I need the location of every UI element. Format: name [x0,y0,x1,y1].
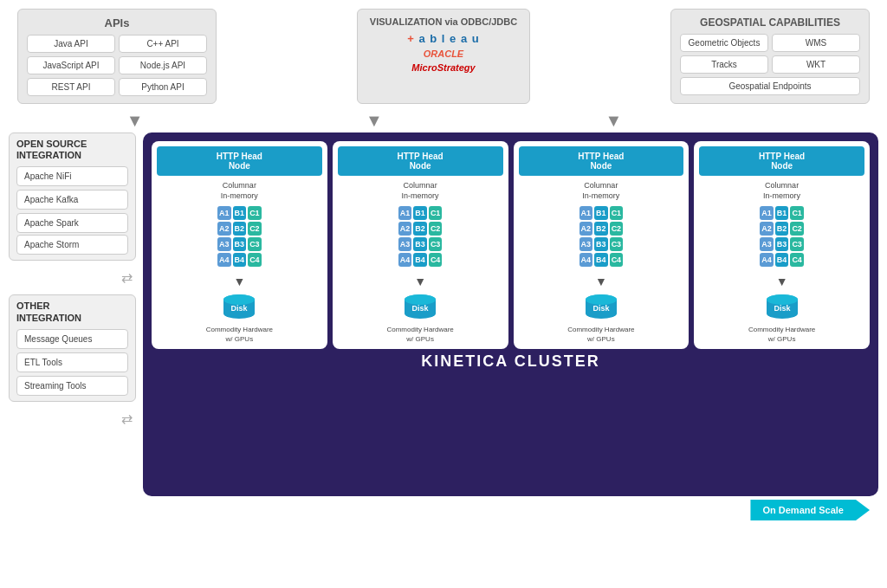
geo-box: GEOSPATIAL CAPABILITIES Geometric Object… [670,9,870,104]
sidebar-message-queues: Message Queues [16,329,128,349]
viz-logos: + a b l e a u ORACLE MicroStrategy [366,32,521,73]
microstrategy-logo: MicroStrategy [411,62,475,73]
on-demand-label: On Demand Scale [750,500,870,520]
node-1-grid: A1 B1 C1 A2 B2 C2 A3 B3 C3 A4 B4 C4 [217,206,262,267]
cell-a2: A2 [217,222,231,236]
cell-b3: B3 [233,237,247,251]
apis-grid: Java API C++ API JavaScript API Node.js … [27,35,207,96]
api-javascript: JavaScript API [27,56,115,74]
sidebar-streaming-tools: Streaming Tools [16,376,128,396]
cluster-label: KINETICA CLUSTER [152,352,870,371]
cell-c4: C4 [248,253,262,267]
node-2-head: HTTP HeadNode [338,146,503,176]
node-3-columnar: ColumnarIn-memory [582,181,619,201]
viz-box: VISUALIZATION via ODBC/JDBC + a b l e a … [357,9,530,104]
other-integration-title: OTHERINTEGRATION [16,300,128,323]
cell-b4: B4 [233,253,247,267]
api-rest: REST API [27,78,115,96]
cell-c2: C2 [248,222,262,236]
disk-icon-3: Disk [584,293,618,320]
open-source-title: OPEN SOURCEINTEGRATION [16,139,128,161]
cell-c3: C3 [248,237,262,251]
node-4-disk: Disk [765,293,800,320]
geo-geometric: Geometric Objects [680,34,768,52]
main-container: APIs Java API C++ API JavaScript API Nod… [0,0,887,588]
node-4-commodity: Commodity Hardwarew/ GPUs [748,326,815,344]
apis-title: APIs [27,16,207,29]
sidebar-etl-tools: ETL Tools [16,352,128,372]
geo-tracks: Tracks [680,55,768,74]
node-2-disk: Disk [403,293,437,320]
svg-text:Disk: Disk [412,304,430,313]
cell-a1: A1 [217,206,231,220]
svg-text:Disk: Disk [231,304,249,313]
node-3: HTTP HeadNode ColumnarIn-memory A1 B1 C1… [514,141,690,349]
node-3-grid: A1 B1 C1 A2 B2 C2 A3 B3 C3 A4 B4 C4 [579,206,624,267]
sidebar-apache-spark: Apache Spark [16,213,128,233]
cluster-wrapper: HTTP HeadNode ColumnarIn-memory A1 B1 C1… [143,132,878,520]
sidebar-apache-kafka: Apache Kafka [16,190,128,210]
cluster-box: HTTP HeadNode ColumnarIn-memory A1 B1 C1… [143,132,878,496]
cell-b2: B2 [233,222,247,236]
node-3-commodity: Commodity Hardwarew/ GPUs [567,326,634,344]
cell-a4: A4 [217,253,231,267]
node-1-columnar: ColumnarIn-memory [221,181,258,201]
arrow-apis-down: ▼ [36,111,235,131]
oracle-logo: ORACLE [424,48,463,59]
top-section: APIs Java API C++ API JavaScript API Nod… [9,9,878,104]
node-3-down-arrow: ▼ [595,275,607,288]
sidebar-apache-storm: Apache Storm [16,235,128,255]
tableau-logo: + a b l e a u [407,32,479,45]
on-demand-row: On Demand Scale [143,500,878,520]
geo-title: GEOSPATIAL CAPABILITIES [680,16,860,29]
api-cpp: C++ API [119,35,207,53]
cell-c1: C1 [248,206,262,220]
svg-text:Disk: Disk [774,304,791,313]
node-1: HTTP HeadNode ColumnarIn-memory A1 B1 C1… [152,141,327,349]
node-3-disk: Disk [584,293,618,320]
cell-a3: A3 [217,237,231,251]
geo-wms: WMS [772,34,860,52]
node-2: HTTP HeadNode ColumnarIn-memory A1 B1 C1… [333,141,508,349]
node-2-commodity: Commodity Hardwarew/ GPUs [386,326,453,344]
arrow-geo-down: ▼ [514,111,713,131]
node-4-head: HTTP HeadNode [699,146,864,176]
disk-icon-2: Disk [403,293,437,320]
node-1-down-arrow: ▼ [233,275,245,288]
apis-box: APIs Java API C++ API JavaScript API Nod… [17,9,217,104]
geo-wkt: WKT [772,55,860,74]
api-nodejs: Node.js API [119,56,207,74]
node-1-disk: Disk [222,293,256,320]
api-java: Java API [27,35,115,53]
node-2-down-arrow: ▼ [414,275,426,288]
api-python: Python API [119,78,207,96]
node-4-down-arrow: ▼ [776,275,788,288]
node-3-head: HTTP HeadNode [519,146,684,176]
node-1-commodity: Commodity Hardwarew/ GPUs [206,326,273,344]
sidebar-apache-nifi: Apache NiFi [16,166,128,186]
node-4-columnar: ColumnarIn-memory [763,181,800,201]
node-4-grid: A1 B1 C1 A2 B2 C2 A3 B3 C3 A4 B4 C4 [760,206,804,267]
arrow-viz-down: ▼ [288,111,461,131]
node-4: HTTP HeadNode ColumnarIn-memory A1 B1 C1… [694,141,870,349]
arrow-other-integration: ⇄ [9,410,136,427]
middle-section: OPEN SOURCEINTEGRATION Apache NiFi Apach… [9,132,878,520]
open-source-group: OPEN SOURCEINTEGRATION Apache NiFi Apach… [9,132,136,261]
cell-b1: B1 [233,206,247,220]
nodes-container: HTTP HeadNode ColumnarIn-memory A1 B1 C1… [152,141,870,349]
node-1-head: HTTP HeadNode [157,146,322,176]
node-2-columnar: ColumnarIn-memory [402,181,439,201]
geo-grid: Geometric Objects WMS Tracks WKT Geospat… [680,34,860,95]
node-2-grid: A1 B1 C1 A2 B2 C2 A3 B3 C3 A4 B4 C4 [398,206,443,267]
disk-icon-4: Disk [765,293,800,320]
svg-text:Disk: Disk [592,304,610,313]
arrow-open-source: ⇄ [9,269,136,286]
viz-title: VISUALIZATION via ODBC/JDBC [366,16,521,27]
geo-endpoints: Geospatial Endpoints [680,77,860,95]
disk-icon-1: Disk [222,293,256,320]
left-sidebar: OPEN SOURCEINTEGRATION Apache NiFi Apach… [9,132,143,520]
other-integration-group: OTHERINTEGRATION Message Queues ETL Tool… [9,294,136,401]
